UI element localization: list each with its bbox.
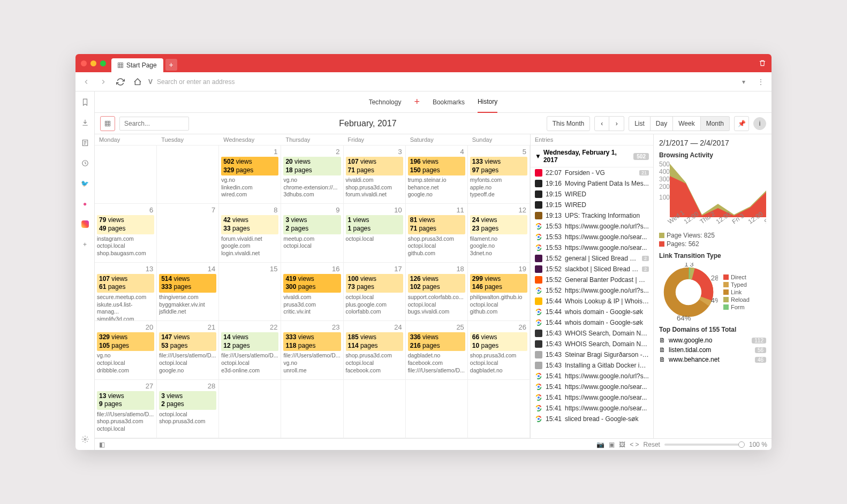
top-domain-row[interactable]: 🗎www.behance.net46 — [659, 355, 766, 364]
dribbble-icon[interactable]: ● — [79, 197, 92, 210]
calendar-cell[interactable] — [281, 380, 343, 438]
trash-icon[interactable] — [759, 59, 766, 67]
history-entry[interactable]: 15:41https://www.google.no/sear... — [531, 392, 653, 403]
calendar-cell[interactable]: 7 — [157, 204, 219, 262]
tab-bookmarks[interactable]: Bookmarks — [433, 98, 465, 106]
home-button[interactable] — [131, 75, 144, 88]
calendar-cell[interactable]: 842 views33 pagesforum.vivaldi.netgoogle… — [219, 204, 281, 262]
add-panel-icon[interactable]: + — [79, 238, 92, 251]
calendar-cell[interactable]: 93 views2 pagesmeetup.comoctopi.local — [281, 204, 343, 262]
pin-icon[interactable]: 📌 — [734, 116, 749, 131]
calendar-cell[interactable]: 15 — [219, 263, 281, 321]
prev-button[interactable]: ‹ — [594, 116, 609, 131]
calendar-cell[interactable]: 14514 views333 pagesthingiverse.combyggm… — [157, 263, 219, 321]
calendar-cell[interactable]: 25336 views216 pagesdagbladet.nofacebook… — [406, 321, 468, 379]
devtools-icon[interactable]: < > — [630, 441, 639, 448]
calendar-cell[interactable]: 1181 views71 pagesshop.prusa3d.comoctopi… — [406, 204, 468, 262]
minimize-window-icon[interactable] — [90, 60, 96, 66]
calendar-cell[interactable]: 2666 views10 pagesshop.prusa3d.comoctopi… — [468, 321, 530, 379]
image-icon[interactable]: 🖼 — [619, 441, 625, 448]
close-window-icon[interactable] — [81, 60, 87, 66]
history-entry[interactable]: 15:53https://www.google.no/sear... — [531, 242, 653, 253]
history-entry[interactable]: 15:43WHOIS Search, Domain Na... — [531, 328, 653, 339]
calendar-cell[interactable]: 4196 views150 pagestrump.steinar.iobehan… — [406, 146, 468, 204]
calendar-cell[interactable]: 20329 views105 pagesvg.nooctopi.localdri… — [95, 321, 157, 379]
settings-icon[interactable] — [79, 433, 92, 446]
new-tab-button[interactable]: + — [165, 59, 177, 71]
menu-icon[interactable]: ⋮ — [754, 75, 767, 88]
history-entry[interactable]: 15:43WHOIS Search, Domain Na... — [531, 339, 653, 349]
history-entry[interactable]: 15:53https://www.google.no/sear... — [531, 232, 653, 242]
history-entry[interactable]: 15:52https://www.google.no/url?s... — [531, 285, 653, 296]
view-day[interactable]: Day — [651, 116, 673, 131]
info-icon[interactable]: i — [753, 117, 766, 130]
calendar-cell[interactable]: 1224 views23 pagesfilament.nogoogle.no3d… — [468, 204, 530, 262]
history-entry[interactable]: 19:16Moving Patient Data Is Mes... — [531, 178, 653, 189]
address-bar[interactable]: V Search or enter an address — [148, 78, 733, 86]
notes-icon[interactable] — [79, 136, 92, 149]
panel-toggle-icon[interactable]: ◧ — [99, 441, 105, 448]
calendar-cell[interactable]: 101 views1 pagesoctopi.local — [344, 204, 406, 262]
history-entry[interactable]: 15:43Installing a Gitlab Docker im... — [531, 360, 653, 371]
calendar-cell[interactable]: 1502 views329 pagesvg.nolinkedin.comwire… — [219, 146, 281, 204]
twitter-icon[interactable]: 🐦 — [79, 177, 92, 190]
download-icon[interactable] — [79, 116, 92, 129]
history-entry[interactable]: 15:44whois domain - Google-søk — [531, 317, 653, 328]
maximize-window-icon[interactable] — [100, 60, 106, 66]
next-button[interactable]: › — [609, 116, 624, 131]
zoom-slider[interactable] — [664, 444, 745, 446]
dropdown-icon[interactable]: ▾ — [737, 75, 750, 88]
tile-icon[interactable]: ▣ — [609, 441, 615, 448]
history-entry[interactable]: 15:41https://www.google.no/sear... — [531, 381, 653, 392]
zoom-reset[interactable]: Reset — [644, 441, 660, 448]
calendar-cell[interactable] — [219, 380, 281, 438]
add-dial-icon[interactable]: + — [414, 96, 420, 108]
history-entry[interactable]: 15:52slackbot | Sliced Bread S...2 — [531, 264, 653, 274]
tab-history[interactable]: History — [478, 91, 497, 113]
history-entry[interactable]: 19:15WIRED — [531, 189, 653, 200]
bookmark-icon[interactable] — [79, 96, 92, 109]
history-entry[interactable]: 19:15WIRED — [531, 200, 653, 210]
calendar-cell[interactable]: 283 views2 pagesoctopi.localshop.prusa3d… — [157, 380, 219, 438]
calendar-cell[interactable]: 679 views49 pagesinstagram.comoctopi.loc… — [95, 204, 157, 262]
history-entry[interactable]: 15:41sliced bread - Google-søk — [531, 414, 653, 424]
calendar-cell[interactable] — [157, 146, 219, 204]
view-week[interactable]: Week — [673, 116, 700, 131]
calendar-cell[interactable]: 17100 views73 pagesoctopi.localplus.goog… — [344, 263, 406, 321]
calendar-cell[interactable] — [95, 146, 157, 204]
calendar-cell[interactable]: 23333 views118 pagesfile:///Users/atlemo… — [281, 321, 343, 379]
history-entry[interactable]: 15:52general | Sliced Bread Sla...2 — [531, 253, 653, 264]
calendar-cell[interactable]: 2214 views12 pagesfile:///Users/atlemo/D… — [219, 321, 281, 379]
tab-start-page[interactable]: Start Page — [111, 58, 163, 72]
history-entry[interactable]: 15:41https://www.google.no/sear... — [531, 403, 653, 414]
history-entry[interactable]: 15:43Steinar Bragi Sigurðarson - ... — [531, 349, 653, 360]
calendar-cell[interactable]: 19299 views146 pagesphilipwalton.github.… — [468, 263, 530, 321]
calendar-cell[interactable] — [468, 380, 530, 438]
calendar-cell[interactable]: 21147 views53 pagesfile:///Users/atlemo/… — [157, 321, 219, 379]
capture-icon[interactable]: 📷 — [596, 441, 604, 448]
back-button[interactable] — [80, 75, 93, 88]
history-entry[interactable]: 15:41https://www.google.no/url?s... — [531, 371, 653, 381]
calendar-cell[interactable]: 2713 views9 pagesfile:///Users/atlemo/D.… — [95, 380, 157, 438]
instagram-icon[interactable] — [79, 218, 92, 231]
entries-day-title[interactable]: ▼ Wednesday, February 1, 2017 502 — [531, 146, 653, 167]
history-entry[interactable]: 15:53https://www.google.no/url?s... — [531, 221, 653, 232]
tab-technology[interactable]: Technology — [369, 98, 402, 106]
calendar-cell[interactable]: 220 views18 pagesvg.nochrome-extension:/… — [281, 146, 343, 204]
history-icon[interactable] — [79, 157, 92, 170]
view-month[interactable]: Month — [701, 116, 730, 131]
calendar-cell[interactable]: 24185 views114 pagesshop.prusa3d.comocto… — [344, 321, 406, 379]
history-entry[interactable]: 15:44Whois Lookup & IP | Whois.... — [531, 296, 653, 307]
history-entry[interactable]: 22:07Forsiden - VG21 — [531, 167, 653, 178]
calendar-cell[interactable] — [344, 380, 406, 438]
reload-button[interactable] — [114, 75, 127, 88]
calendar-icon[interactable] — [100, 116, 115, 131]
calendar-cell[interactable]: 5133 views97 pagesmyfonts.comapple.notyp… — [468, 146, 530, 204]
calendar-cell[interactable]: 3107 views71 pagesvivaldi.comshop.prusa3… — [344, 146, 406, 204]
top-domain-row[interactable]: 🗎www.google.no112 — [659, 335, 766, 345]
calendar-cell[interactable]: 18126 views102 pagessupport.colorfabb.co… — [406, 263, 468, 321]
history-entry[interactable]: 19:13UPS: Tracking Information — [531, 210, 653, 221]
view-list[interactable]: List — [629, 116, 651, 131]
this-month-button[interactable]: This Month — [547, 116, 590, 131]
calendar-cell[interactable]: 16419 views300 pagesvivaldi.comprusa3d.c… — [281, 263, 343, 321]
